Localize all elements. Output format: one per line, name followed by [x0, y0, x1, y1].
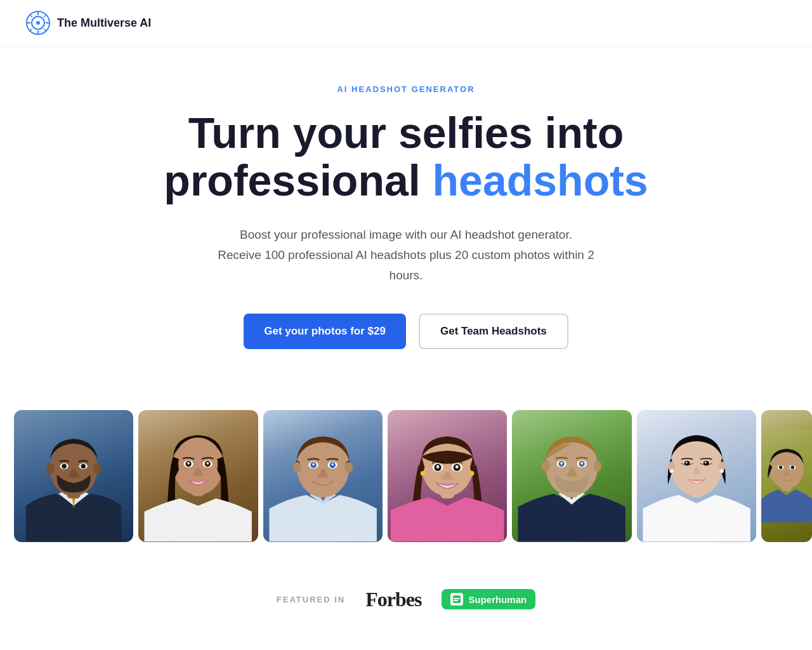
- svg-point-53: [593, 461, 601, 472]
- featured-section: FEATURED IN Forbes Superhuman: [0, 573, 812, 649]
- svg-point-46: [436, 466, 440, 469]
- svg-point-65: [719, 469, 724, 474]
- svg-point-21: [173, 438, 223, 495]
- cta-primary-button[interactable]: Get your photos for $29: [244, 314, 406, 349]
- hero-title-line1: Turn your selfies into: [188, 109, 624, 157]
- gallery-item: [138, 410, 258, 541]
- svg-point-76: [791, 466, 794, 469]
- svg-point-27: [207, 462, 209, 465]
- svg-point-52: [542, 461, 550, 472]
- svg-point-34: [312, 463, 315, 466]
- svg-point-49: [455, 466, 459, 469]
- gallery-item: [512, 410, 631, 541]
- svg-point-64: [669, 469, 674, 474]
- cta-secondary-button[interactable]: Get Team Headshots: [419, 314, 568, 349]
- svg-point-2: [36, 21, 40, 25]
- superhuman-badge: Superhuman: [442, 589, 535, 609]
- gallery-item: [761, 410, 812, 541]
- svg-point-19: [81, 464, 86, 469]
- svg-point-42: [421, 472, 426, 477]
- cta-buttons: Get your photos for $29 Get Team Headsho…: [244, 314, 568, 349]
- superhuman-text: Superhuman: [468, 594, 527, 605]
- gallery-item: [637, 410, 756, 541]
- forbes-logo: Forbes: [365, 588, 421, 611]
- svg-point-59: [581, 462, 584, 465]
- svg-point-24: [188, 462, 190, 465]
- svg-point-67: [685, 462, 687, 464]
- hero-section: AI HEADSHOT GENERATOR Turn your selfies …: [0, 46, 812, 410]
- svg-point-56: [561, 462, 563, 465]
- svg-point-43: [469, 472, 475, 477]
- svg-point-69: [705, 462, 707, 464]
- eyebrow-label: AI HEADSHOT GENERATOR: [337, 84, 475, 94]
- svg-point-17: [62, 464, 67, 469]
- svg-point-37: [331, 463, 334, 466]
- navbar: The Multiverse AI: [0, 0, 812, 46]
- svg-rect-78: [454, 598, 460, 599]
- hero-title: Turn your selfies into professional head…: [164, 109, 648, 204]
- featured-label: FEATURED IN: [277, 595, 345, 604]
- forbes-text: Forbes: [365, 588, 421, 611]
- brand-name: The Multiverse AI: [57, 17, 151, 30]
- subtitle-line2: Receive 100 professional AI headshots pl…: [218, 248, 594, 282]
- logo-icon: [25, 10, 51, 36]
- gallery-item: [388, 410, 507, 541]
- hero-title-line2-plain: professional: [164, 156, 432, 204]
- hero-subtitle: Boost your professional image with our A…: [216, 225, 596, 286]
- gallery-item: [263, 410, 383, 541]
- subtitle-line1: Boost your professional image with our A…: [240, 228, 572, 241]
- svg-rect-79: [454, 600, 458, 601]
- svg-point-30: [293, 462, 301, 473]
- svg-point-31: [344, 462, 353, 473]
- gallery-item: [14, 410, 133, 541]
- superhuman-icon: [450, 593, 463, 606]
- svg-point-15: [93, 463, 101, 474]
- hero-title-highlight: headshots: [433, 156, 648, 204]
- svg-point-74: [779, 466, 782, 469]
- svg-point-38: [312, 481, 315, 484]
- headshot-gallery: [0, 410, 812, 541]
- logo-container[interactable]: The Multiverse AI: [25, 10, 151, 36]
- svg-point-39: [331, 481, 334, 484]
- svg-point-14: [46, 463, 55, 474]
